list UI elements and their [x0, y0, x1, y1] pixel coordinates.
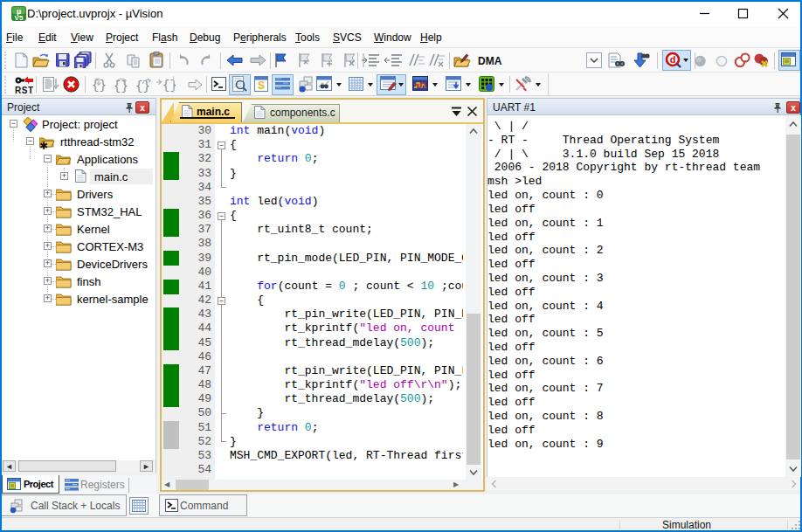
svg-text:V5: V5: [15, 14, 24, 22]
svg-text:{}: {}: [114, 79, 128, 93]
svg-text:d: d: [670, 54, 676, 65]
svg-text:S: S: [258, 79, 265, 92]
svg-text:RST: RST: [15, 86, 33, 94]
svg-text:{}: {}: [135, 79, 150, 93]
svg-text:✱: ✱: [39, 140, 48, 149]
